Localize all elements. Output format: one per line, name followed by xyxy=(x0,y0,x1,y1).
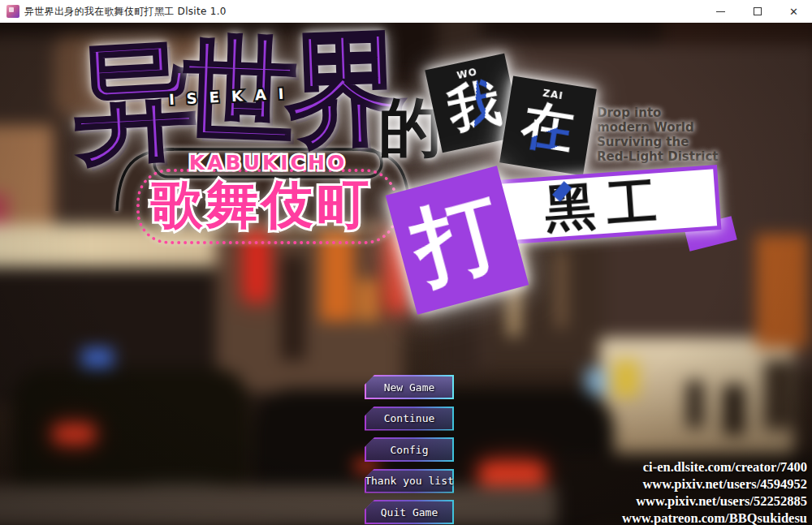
quit-game-button[interactable]: Quit Game xyxy=(365,500,454,524)
tagline-line-4: Red-Light District xyxy=(597,149,719,164)
continue-button[interactable]: Continue xyxy=(365,407,454,431)
logo-zai-char: 在 xyxy=(518,97,577,157)
title-bar: 异世界出身的我在歌舞伎町打黑工 Dlsite 1.0 ✕ xyxy=(0,0,812,23)
title-screen: 异 世 界 ISEKAI KABUKICHO 歌舞伎町 的 WO 我 ZAI 在… xyxy=(0,23,812,525)
link-dlsite: ci-en.dlsite.com/creator/7400 xyxy=(622,458,807,476)
logo-kabukicho-en: KABUKICHO xyxy=(154,151,382,174)
config-button[interactable]: Config xyxy=(365,437,454,462)
window-title: 异世界出身的我在歌舞伎町打黑工 Dlsite 1.0 xyxy=(24,5,227,19)
logo-kabukicho-cn: 歌舞伎町 xyxy=(151,179,372,230)
tagline: Drop into modern World Surviving the Red… xyxy=(597,105,719,164)
thank-you-list-button[interactable]: Thank you list xyxy=(365,469,454,493)
minimize-button[interactable] xyxy=(702,0,739,23)
credit-links: ci-en.dlsite.com/creator/7400 www.pixiv.… xyxy=(622,458,807,525)
tagline-line-3: Surviving the xyxy=(597,135,719,149)
minimize-icon xyxy=(716,11,725,12)
link-pixiv-2: www.pixiv.net/users/52252885 xyxy=(622,493,807,510)
tagline-line-2: modern World xyxy=(597,120,719,135)
close-icon: ✕ xyxy=(789,6,798,17)
link-pixiv-1: www.pixiv.net/users/4594952 xyxy=(622,476,807,493)
logo-wo-char: 我 xyxy=(443,75,505,137)
logo-zai-square: ZAI 在 xyxy=(499,76,597,176)
logo-da-char: 打 xyxy=(404,187,510,293)
maximize-icon xyxy=(754,7,762,15)
tagline-line-1: Drop into xyxy=(597,105,719,120)
new-game-button[interactable]: New Game xyxy=(365,375,454,399)
close-button[interactable]: ✕ xyxy=(775,0,812,23)
command-menu: New Game Continue Config Thank you list … xyxy=(365,375,454,524)
maximize-button[interactable] xyxy=(739,0,775,23)
game-window: 异世界出身的我在歌舞伎町打黑工 Dlsite 1.0 ✕ xyxy=(0,0,812,525)
app-icon xyxy=(6,5,19,18)
link-patreon: www.patreon.com/BBQsukidesu xyxy=(622,510,807,525)
